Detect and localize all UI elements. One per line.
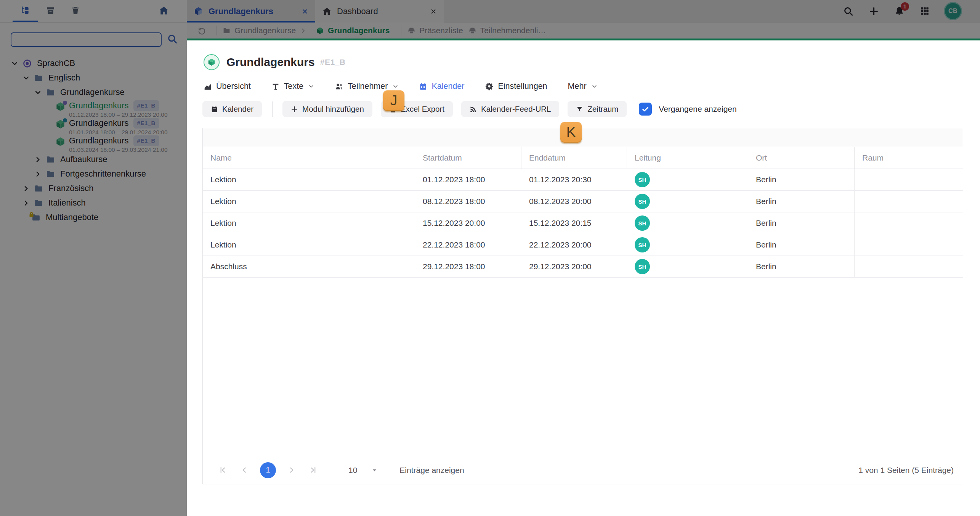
leitung-avatar[interactable]: SH [635,172,650,187]
cell-name: Lektion [203,169,415,190]
tree-view-button[interactable] [13,0,38,23]
tab-einstellungen[interactable]: Einstellungen [485,82,547,91]
breadcrumb-item-grundlagenkurs[interactable]: Grundlagenkurs [316,26,390,35]
column-header-enddatum[interactable]: Enddatum [521,147,627,169]
breadcrumb-item-praesenzliste[interactable]: Präsenzliste [407,26,463,35]
breadcrumb-label: Grundlagenkurse [234,26,296,35]
tab-uebersicht[interactable]: Übersicht [204,82,251,91]
tree-item-sprachcb[interactable]: SprachCB [0,56,187,71]
folder-icon [46,88,55,97]
table-row[interactable]: Lektion 15.12.2023 20:00 15.12.2023 20:1… [203,212,963,234]
tab-texte[interactable]: Texte [271,82,314,91]
cell-ort: Berlin [748,169,855,190]
hint-badge-k[interactable]: K [560,122,582,143]
button-label: Kalender [222,104,253,114]
table-row[interactable]: Lektion 22.12.2023 18:00 22.12.2023 20:0… [203,234,963,256]
next-page-icon[interactable] [287,466,296,474]
hint-badge-j[interactable]: J [383,90,404,111]
tab-kalender[interactable]: Kalender [419,82,464,91]
course-code-badge: #E1_B [133,100,159,111]
trash-button[interactable] [63,0,88,23]
tree-item-grundlagenkurse[interactable]: Grundlagenkurse [0,85,187,100]
last-page-icon[interactable] [309,466,318,474]
button-label: Excel Export [401,104,444,114]
checkbox-label[interactable]: Vergangene anzeigen [659,104,736,114]
vergangene-anzeigen-checkbox[interactable] [639,103,652,116]
course-code-badge: #E1_B [133,118,159,129]
tree-item-franzoesisch[interactable]: Französisch [0,181,187,196]
first-page-icon[interactable] [218,466,227,474]
per-page-select[interactable]: 10 [348,466,377,475]
tree-item-label: Italienisch [48,198,86,208]
column-header-name[interactable]: Name [203,147,415,169]
archive-icon [46,6,55,17]
current-page-button[interactable]: 1 [260,462,276,478]
table-row[interactable]: Lektion 01.12.2023 18:00 01.12.2023 20:3… [203,169,963,191]
tree-item-label: Multiangebote [46,212,98,222]
kalender-feed-url-button[interactable]: Kalender-Feed-URL [461,101,559,117]
leitung-avatar[interactable]: SH [635,237,650,252]
notifications-button[interactable]: 1 [894,6,905,16]
close-icon[interactable] [430,8,437,15]
chevron-right-icon[interactable] [35,171,41,177]
zeitraum-button[interactable]: Zeitraum [568,101,627,117]
table-row[interactable]: Lektion 08.12.2023 18:00 08.12.2023 20:0… [203,191,963,212]
archive-button[interactable] [38,0,63,23]
cell-raum [855,191,963,212]
leitung-avatar[interactable]: SH [635,215,650,231]
breadcrumb-label: Präsenzliste [419,26,463,35]
kalender-button[interactable]: Kalender [202,101,262,117]
window-tab-grundlagenkurs[interactable]: Grundlagenkurs [187,0,315,23]
tab-teilnehmer[interactable]: Teilnehmer [335,82,398,91]
search-icon[interactable] [843,6,853,16]
leitung-avatar[interactable]: SH [635,259,650,274]
previous-page-icon[interactable] [240,466,249,474]
tree-item-italienisch[interactable]: Italienisch [0,196,187,210]
plus-icon[interactable] [869,6,879,16]
column-header-ort[interactable]: Ort [748,147,855,169]
tree-item-label: Englisch [48,73,80,83]
chevron-right-icon[interactable] [23,185,29,192]
chevron-down-icon[interactable] [35,89,41,96]
breadcrumb-item-teilnehmendenliste[interactable]: Teilnehmendenli… [468,26,546,35]
main-content: Grundlagenkurs #E1_B Übersicht Texte Tei… [187,40,980,516]
column-header-raum[interactable]: Raum [855,147,963,169]
cell-startdatum: 01.12.2023 18:00 [415,169,521,190]
home-button[interactable] [151,0,176,23]
tab-mehr[interactable]: Mehr [568,82,597,91]
sidebar-search-input[interactable] [11,32,162,47]
user-avatar[interactable]: CB [945,3,961,19]
window-tab-dashboard[interactable]: Dashboard [315,0,444,23]
printer-icon [468,27,476,35]
table-row[interactable]: Abschluss 29.12.2023 18:00 29.12.2023 20… [203,256,963,278]
history-icon[interactable] [197,26,206,35]
window-tab-label: Dashboard [337,6,378,16]
tree-item-course-2[interactable]: Grundlagenkurs #E1_B 01.01.2024 18:00 – … [0,117,187,135]
column-header-startdatum[interactable]: Startdatum [415,147,521,169]
search-icon[interactable] [167,34,178,46]
tree-item-aufbaukurse[interactable]: Aufbaukurse [0,152,187,167]
chevron-right-icon[interactable] [35,156,41,163]
chevron-down-icon[interactable] [23,75,29,81]
tree-item-multiangebote[interactable]: Multiangebote [0,210,187,225]
folder-icon [34,184,43,193]
tree-item-fortgeschrittenenkurse[interactable]: Fortgeschrittenenkurse [0,167,187,181]
modul-hinzufuegen-button[interactable]: Modul hinzufügen [282,101,372,117]
course-icon [204,54,220,70]
column-header-leitung[interactable]: Leitung [627,147,748,169]
chevron-right-icon[interactable] [23,200,29,206]
leitung-avatar[interactable]: SH [635,194,650,209]
apps-grid-icon[interactable] [920,6,930,16]
tree-item-course-3[interactable]: Grundlagenkurs #E1_B 01.03.2024 18:00 – … [0,135,187,152]
sidebar-active-tab-underline [13,21,38,22]
tree-item-course-1[interactable]: Grundlagenkurs #E1_B 01.12.2023 18:00 – … [0,100,187,117]
content-top-accent [187,39,980,40]
window-tab-bar: Grundlagenkurs Dashboard 1 CB [187,0,980,23]
button-label: Modul hinzufügen [302,104,364,114]
breadcrumb-item-grundlagenkurse[interactable]: Grundlagenkurse [223,26,311,35]
chevron-down-icon [308,84,314,89]
cell-raum [855,169,963,190]
close-icon[interactable] [302,8,308,15]
chevron-down-icon[interactable] [11,60,18,67]
tree-item-englisch[interactable]: Englisch [0,71,187,85]
